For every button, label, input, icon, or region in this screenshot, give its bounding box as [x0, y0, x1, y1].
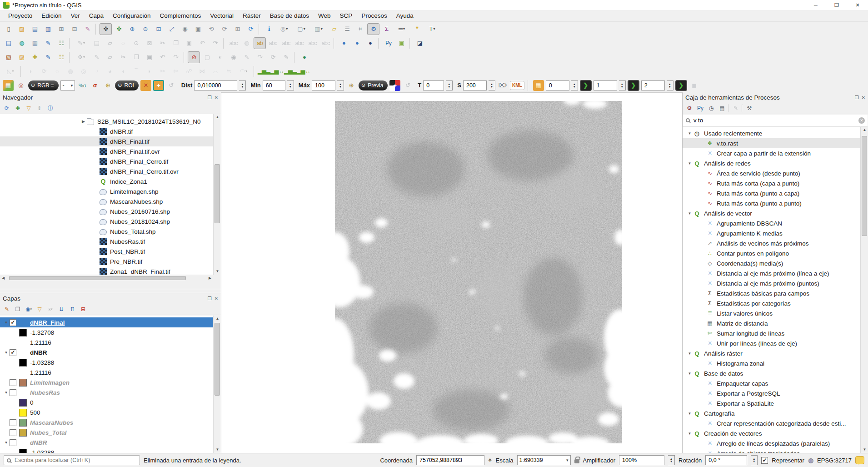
- manage-themes-icon[interactable]: ◉: [24, 305, 34, 314]
- browser-tree-item[interactable]: Nubes_Total.shp: [0, 226, 213, 236]
- scp-roi-signature-icon[interactable]: ▂▅▃: [258, 65, 270, 77]
- delete-selected-icon[interactable]: ⊠: [143, 37, 155, 49]
- layer-expand-icon[interactable]: ▾: [3, 390, 10, 395]
- browser-add-layers-icon[interactable]: ✚: [13, 104, 23, 113]
- layer-row[interactable]: 0: [0, 397, 213, 407]
- toolbox-close-icon[interactable]: ✕: [862, 95, 865, 100]
- scp-rgb-plus-icon[interactable]: +: [389, 80, 400, 91]
- cut-icon[interactable]: ✂: [117, 51, 129, 63]
- label-mask-icon[interactable]: ◍: [240, 37, 253, 49]
- scp-max-spinner[interactable]: [337, 80, 344, 90]
- group-expand-icon[interactable]: ▾: [686, 351, 693, 356]
- remove-layer-icon[interactable]: ⊟: [78, 305, 88, 314]
- toolbox-algorithm-row[interactable]: ✳ Unir por líneas (líneas de eje): [683, 338, 860, 348]
- scp-spectral-plot-icon[interactable]: ▂▅▃: [284, 65, 296, 77]
- layer-checkbox[interactable]: [10, 419, 16, 426]
- new-print-layout-icon[interactable]: ⊞: [55, 23, 67, 35]
- paste-icon[interactable]: ▣: [143, 51, 155, 63]
- browser-tree-item[interactable]: dNBR.tif: [0, 126, 213, 136]
- split-features-icon[interactable]: ✄: [170, 65, 182, 77]
- new-map-view-icon[interactable]: ⊞: [231, 23, 244, 35]
- layer-checkbox[interactable]: [10, 379, 16, 386]
- clear-search-icon[interactable]: ✕: [858, 117, 865, 124]
- redo-icon[interactable]: ↷: [209, 37, 221, 49]
- zoom-to-layer-icon[interactable]: ▣: [192, 23, 204, 35]
- label-show-hide-icon[interactable]: abc: [280, 37, 292, 49]
- scp-t-spinner[interactable]: [446, 80, 453, 90]
- copy-features-icon[interactable]: ❐: [170, 37, 182, 49]
- toolbox-group-row[interactable]: ▾ Q Análisis ráster: [683, 348, 860, 358]
- menu-item[interactable]: Base de datos: [265, 11, 314, 20]
- refresh-map-icon[interactable]: ⟳: [244, 23, 257, 35]
- toolbox-edit-icon[interactable]: ✎: [731, 104, 741, 113]
- reshape-features-icon[interactable]: ◗: [143, 65, 155, 77]
- group-expand-icon[interactable]: ▾: [686, 411, 693, 416]
- messages-icon[interactable]: [855, 456, 864, 464]
- toolbox-algorithm-row[interactable]: ✳ Empaquetar capas: [683, 378, 860, 388]
- cut-features-icon[interactable]: ✂: [156, 37, 169, 49]
- georeferencer-icon[interactable]: ●: [298, 51, 310, 63]
- zoom-in-icon[interactable]: ⊕: [126, 23, 138, 35]
- toolbox-algorithm-row[interactable]: Σ Estadísticas por categorías: [683, 298, 860, 308]
- toolbox-algorithm-row[interactable]: ✳ Distancia al eje más próximo (puntos): [683, 278, 860, 288]
- browser-tree-item[interactable]: Indice_Zona1: [0, 176, 213, 186]
- scp-s-input[interactable]: [465, 82, 484, 89]
- toolbox-algorithm-row[interactable]: ✳ Distancia al eje más próximo (línea a …: [683, 268, 860, 278]
- metasearch-icon[interactable]: ●: [338, 37, 350, 49]
- add-mesh-layer-icon[interactable]: ✎: [42, 37, 54, 49]
- rotate-symbols-icon[interactable]: ⟳: [267, 51, 279, 63]
- vertex-editor-icon[interactable]: ⌓: [209, 65, 221, 77]
- toolbox-algorithm-row[interactable]: Σ Estadísticas básicas para campos: [683, 288, 860, 298]
- group-expand-icon[interactable]: ▾: [686, 211, 693, 216]
- layer-checkbox[interactable]: [10, 319, 16, 326]
- layer-checkbox[interactable]: [10, 429, 16, 436]
- scp-scatter-plot-icon[interactable]: ▂▅↔: [297, 65, 309, 77]
- scp-image-overview-icon[interactable]: ◎: [15, 80, 26, 91]
- scp-band-spinner[interactable]: [619, 80, 626, 90]
- select-features-icon[interactable]: ▢: [293, 23, 309, 35]
- scp-stretch-percent-icon[interactable]: %σ: [77, 80, 88, 91]
- rotation-input[interactable]: [708, 457, 745, 464]
- scp-signature-stretch-icon[interactable]: ▂▅↔: [271, 65, 283, 77]
- menu-item[interactable]: Ráster: [238, 11, 265, 20]
- toolbox-algorithm-row[interactable]: ✳ Agrupamiento K-medias: [683, 228, 860, 238]
- toolbox-algorithm-row[interactable]: ▦ Matriz de distancia: [683, 318, 860, 328]
- measure-icon[interactable]: ═: [394, 23, 410, 35]
- toolbox-algorithm-row[interactable]: ✳ Crear representación categorizada desd…: [683, 418, 860, 428]
- layer-row[interactable]: ▾ dNBR: [0, 437, 213, 447]
- expand-all-icon[interactable]: ⇊: [56, 305, 66, 314]
- browser-tree-item[interactable]: dNBR_Final.tif: [0, 136, 213, 146]
- paste-style-icon[interactable]: ▱: [104, 51, 116, 63]
- map-canvas[interactable]: [221, 92, 682, 453]
- zoom-last-icon[interactable]: ⟲: [205, 23, 217, 35]
- new-mesh-layer-icon[interactable]: ☷: [55, 51, 67, 63]
- maximize-button[interactable]: ❐: [826, 0, 847, 10]
- browser-hscrollbar[interactable]: ◀ ▶: [0, 275, 213, 281]
- browser-float-icon[interactable]: ❐: [208, 95, 212, 100]
- layer-row[interactable]: -1.03288: [0, 447, 213, 453]
- menu-item[interactable]: Edición: [37, 11, 66, 20]
- rotation-spinner[interactable]: [751, 455, 758, 465]
- toolbox-python-icon[interactable]: Py: [695, 104, 705, 113]
- save-layer-edits-icon[interactable]: ▤: [90, 37, 103, 49]
- group-expand-icon[interactable]: ▾: [686, 161, 693, 166]
- layers-float-icon[interactable]: ❐: [208, 296, 212, 301]
- add-raster-layer-icon[interactable]: ▦: [29, 37, 41, 49]
- browser-close-icon[interactable]: ✕: [215, 95, 218, 100]
- new-temporary-layer-icon[interactable]: ✚: [29, 51, 41, 63]
- scp-band-spinner[interactable]: [667, 80, 673, 90]
- layer-expand-icon[interactable]: ▾: [3, 440, 10, 445]
- scp-dist-input[interactable]: [196, 82, 235, 89]
- browser-tree-item[interactable]: Zona1_dNBR_Final.tif: [0, 266, 213, 275]
- browser-tree-item[interactable]: Nubes_20181024.shp: [0, 216, 213, 226]
- expand-arrow-icon[interactable]: ▶: [80, 119, 87, 124]
- browser-tree-item[interactable]: dNBR_Final_Cerro.tif.ovr: [0, 166, 213, 176]
- move-feature-part-icon[interactable]: ◗: [25, 65, 37, 77]
- layer-checkbox[interactable]: [10, 389, 16, 396]
- zoom-next-icon[interactable]: ⟳: [218, 23, 230, 35]
- toolbox-algorithm-row[interactable]: ✳ Exportar a PostgreSQL: [683, 388, 860, 398]
- group-expand-icon[interactable]: ▾: [686, 131, 693, 136]
- scp-stretch-sigma-icon[interactable]: σ: [90, 80, 100, 91]
- split-parts-icon[interactable]: ✂: [156, 65, 169, 77]
- toolbox-group-row[interactable]: ▾ Q Análisis de vector: [683, 208, 860, 218]
